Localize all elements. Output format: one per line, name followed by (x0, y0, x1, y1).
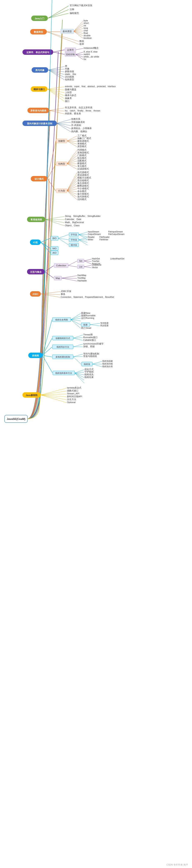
node-io[interactable]: IO流 (33, 241, 38, 244)
leaf-pool2: 线程池功能 (102, 363, 113, 365)
leaf-mediator: 中介者模式 (77, 187, 89, 190)
node-jdbc[interactable]: JDBC (32, 293, 38, 296)
svg-rect-0 (0, 0, 192, 868)
leaf-opt: 优化方式 (84, 368, 93, 371)
leaf-abstract: 抽象类 (65, 97, 72, 99)
node-inh[interactable]: 继承与接口 (33, 88, 45, 91)
leaf-hm: HashMap (77, 274, 86, 276)
leaf-visitor: 访问模式 (77, 198, 86, 200)
leaf-hs: HashSet (92, 257, 100, 260)
leaf-wblock: 等待阻塞 (100, 322, 109, 324)
leaf-absfactory: 抽象工厂模式 (77, 137, 91, 140)
node-char: 字符流 (71, 239, 77, 241)
leaf-if: if, else if, else (84, 51, 98, 53)
leaf-filter: 过滤器模式 (77, 167, 89, 170)
node-buf: 缓冲流 (71, 244, 77, 246)
leaf-int: int (84, 24, 86, 27)
leaf-byte: byte (84, 19, 88, 22)
node-create: 创建型 (58, 140, 65, 142)
node-java[interactable]: Java入门 (35, 17, 44, 20)
node-data[interactable]: 数据类型 (34, 31, 43, 33)
node-oop[interactable]: 面向对象设计的基本原则 (27, 122, 52, 125)
leaf-observer: 普适者模式 (77, 174, 89, 176)
leaf-lambda: lambda表达式 (67, 386, 81, 389)
leaf-pipe: 管道与线程组 (83, 355, 97, 358)
leaf-template: 模板方法模式 (77, 177, 91, 179)
leaf-thread: Thread类 (83, 333, 93, 336)
node-behave: 行为型 (58, 189, 65, 192)
node-struct: 结构型 (58, 162, 65, 165)
leaf-switch: switch (84, 53, 90, 55)
mind-map: JavaSE(CeaM) Java入门 官方网站下载JDK安装 注释 编程规范 … (0, 0, 192, 868)
leaf-jdbc1: JDBC开发 (61, 290, 71, 292)
leaf-upcast: 上转型 (65, 91, 72, 94)
leaf-tpriority: 线程优先 (84, 373, 93, 376)
leaf-optional: Optional (67, 401, 76, 403)
leaf-while: while...do while (83, 55, 99, 58)
node-list: List (79, 266, 82, 268)
node-set: Set (79, 260, 82, 262)
leaf-fw: FileWriter (100, 239, 108, 241)
leaf-wait: 等待与通知机制 (83, 352, 99, 355)
leaf-ht: Hashtable (77, 280, 87, 282)
node-obj[interactable]: 类与对象 (35, 69, 45, 71)
node-basic: 线程池和基本方法 (55, 372, 72, 374)
leaf-running: 运行Running (81, 317, 94, 319)
leaf-exc3: 内部类、匿名类 (65, 112, 81, 115)
leaf-jdbc2: 事务 (61, 293, 65, 296)
leaf-pool3: 线程池分类 (102, 365, 113, 368)
leaf-exc2: try、catch、finally、throw、throws (65, 110, 100, 112)
leaf-iter: 迭代器模式 (77, 171, 89, 174)
leaf-state: 备行算模式 (77, 193, 89, 195)
node-com[interactable]: 常用使用类 (31, 218, 42, 221)
leaf-instanceof: instanceof概念 (84, 47, 99, 49)
node-des[interactable]: 设计模式 (34, 178, 44, 180)
leaf-bridge: 桥接模式 (77, 162, 86, 164)
leaf-object: Object、Class (65, 224, 80, 227)
node-expr[interactable]: 运算符、表达式和语句 (26, 51, 49, 54)
leaf-runnable2: Runnable接口 (83, 336, 98, 339)
leaf-command: 命令模式 (77, 190, 86, 192)
leaf-long: long (84, 27, 88, 29)
leaf-reader: Reader (88, 236, 94, 238)
leaf-param: 参数传值 (65, 70, 74, 73)
leaf-fos: FileOutputStream (108, 233, 125, 236)
leaf-for: for (84, 58, 86, 60)
leaf-oop5: 高内聚、低耦合 (71, 130, 87, 133)
leaf-math: Math、BigDecimal (65, 221, 84, 223)
node-lifecycle: 线程生命周期 (55, 319, 68, 321)
leaf-double: double (84, 34, 90, 37)
leaf-tm: TreeMap (77, 277, 86, 279)
leaf-pool1: 线程池创建 (102, 360, 113, 362)
leaf-char: char (84, 29, 88, 32)
leaf-fis: FileInputStream (108, 230, 123, 233)
leaf-daemon: 守护线程 (84, 371, 93, 373)
leaf-static: static、this (65, 73, 76, 75)
leaf-strategy: 迭代算模式 (77, 195, 89, 198)
node-expr-op: 运算符 (67, 49, 74, 51)
leaf-chain: 责任链模式 (77, 179, 89, 182)
node-thr[interactable]: 多线程 (32, 354, 39, 357)
leaf-stream: Stream_API (67, 392, 79, 395)
leaf-builder: 建造者模式 (77, 140, 89, 142)
leaf-vec: Vector (92, 266, 98, 269)
leaf-java-3: 编程规范 (70, 12, 79, 14)
node-new[interactable]: Java新特性 (26, 394, 38, 397)
node-exc[interactable]: 异常类与内部类 (30, 110, 47, 112)
node-create: 创建线程的方式 (56, 337, 70, 339)
leaf-sync: synchronized关键字 (83, 342, 104, 345)
node-col[interactable]: 泛型与集合 (30, 271, 42, 273)
node-sync: 线程同步方法 (57, 346, 69, 348)
node-nio: NIO (52, 247, 57, 250)
node-data-basic: 基本类型 (63, 30, 72, 33)
node-bio: BIO (53, 237, 57, 240)
leaf-java-2: 注释 (70, 8, 74, 10)
leaf-calendar: Calendar、Date (65, 218, 81, 220)
watermark: CSDN 专栏作者-海平 (166, 863, 188, 866)
leaf-oop3: 开-闭原则 (71, 124, 81, 126)
leaf-is: InputStream (88, 230, 99, 233)
leaf-factory: 工厂模式 (77, 134, 86, 137)
leaf-new: 新建New (81, 312, 90, 314)
node-comm: 多线程通信机制 (56, 356, 70, 358)
leaf-default: 次生方法 (67, 398, 76, 401)
